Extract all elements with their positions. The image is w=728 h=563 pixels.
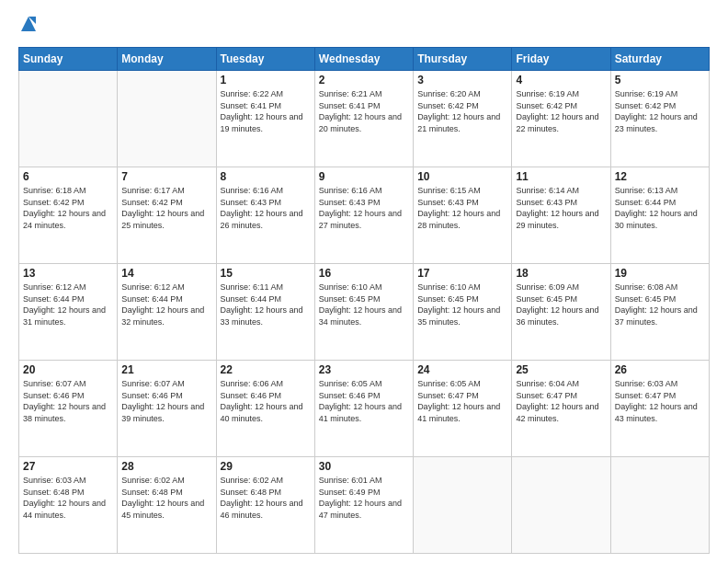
day-number: 20 — [23, 363, 113, 376]
day-info: Sunrise: 6:15 AMSunset: 6:43 PMDaylight:… — [417, 185, 507, 231]
calendar-cell: 9Sunrise: 6:16 AMSunset: 6:43 PMDaylight… — [314, 167, 413, 264]
day-info: Sunrise: 6:13 AMSunset: 6:44 PMDaylight:… — [615, 185, 705, 231]
day-info: Sunrise: 6:16 AMSunset: 6:43 PMDaylight:… — [319, 185, 409, 231]
weekday-header-thursday: Thursday — [414, 48, 512, 71]
day-number: 18 — [516, 267, 606, 280]
day-number: 2 — [319, 74, 409, 86]
day-number: 25 — [516, 363, 606, 376]
calendar-cell: 18Sunrise: 6:09 AMSunset: 6:45 PMDayligh… — [512, 264, 610, 361]
calendar-cell — [414, 457, 512, 554]
day-info: Sunrise: 6:06 AMSunset: 6:46 PMDaylight:… — [221, 378, 311, 424]
logo-icon — [19, 15, 38, 33]
calendar-cell: 27Sunrise: 6:03 AMSunset: 6:48 PMDayligh… — [19, 457, 118, 554]
day-number: 19 — [615, 267, 705, 280]
day-number: 9 — [319, 170, 409, 183]
weekday-header-wednesday: Wednesday — [314, 48, 413, 71]
day-info: Sunrise: 6:11 AMSunset: 6:44 PMDaylight:… — [221, 282, 311, 327]
calendar-cell: 10Sunrise: 6:15 AMSunset: 6:43 PMDayligh… — [414, 167, 512, 264]
day-number: 26 — [615, 363, 705, 376]
calendar-cell: 26Sunrise: 6:03 AMSunset: 6:47 PMDayligh… — [610, 361, 709, 457]
calendar-cell: 21Sunrise: 6:07 AMSunset: 6:46 PMDayligh… — [118, 361, 216, 457]
weekday-header-friday: Friday — [512, 48, 610, 71]
calendar-cell: 23Sunrise: 6:05 AMSunset: 6:46 PMDayligh… — [314, 361, 413, 457]
day-info: Sunrise: 6:22 AMSunset: 6:41 PMDaylight:… — [221, 88, 311, 134]
calendar-cell: 14Sunrise: 6:12 AMSunset: 6:44 PMDayligh… — [118, 264, 216, 361]
day-number: 24 — [417, 363, 507, 376]
calendar-cell: 11Sunrise: 6:14 AMSunset: 6:43 PMDayligh… — [512, 167, 610, 264]
day-info: Sunrise: 6:08 AMSunset: 6:45 PMDaylight:… — [615, 282, 705, 327]
day-info: Sunrise: 6:18 AMSunset: 6:42 PMDaylight:… — [23, 185, 113, 231]
day-info: Sunrise: 6:09 AMSunset: 6:45 PMDaylight:… — [516, 282, 606, 327]
day-info: Sunrise: 6:02 AMSunset: 6:48 PMDaylight:… — [221, 475, 311, 521]
day-number: 4 — [516, 74, 606, 86]
calendar-cell: 5Sunrise: 6:19 AMSunset: 6:42 PMDaylight… — [610, 71, 709, 167]
calendar-cell: 7Sunrise: 6:17 AMSunset: 6:42 PMDaylight… — [118, 167, 216, 264]
calendar-cell: 4Sunrise: 6:19 AMSunset: 6:42 PMDaylight… — [512, 71, 610, 167]
calendar-cell: 1Sunrise: 6:22 AMSunset: 6:41 PMDaylight… — [216, 71, 314, 167]
day-info: Sunrise: 6:05 AMSunset: 6:47 PMDaylight:… — [417, 378, 507, 424]
day-number: 21 — [121, 363, 211, 376]
calendar-cell — [610, 457, 709, 554]
day-info: Sunrise: 6:19 AMSunset: 6:42 PMDaylight:… — [615, 88, 705, 134]
day-number: 10 — [417, 170, 507, 183]
weekday-header-sunday: Sunday — [19, 48, 118, 71]
header — [18, 15, 710, 38]
weekday-header-saturday: Saturday — [610, 48, 709, 71]
calendar-table: SundayMondayTuesdayWednesdayThursdayFrid… — [18, 47, 710, 554]
day-number: 8 — [221, 170, 311, 183]
calendar-cell: 19Sunrise: 6:08 AMSunset: 6:45 PMDayligh… — [610, 264, 709, 361]
calendar-cell: 17Sunrise: 6:10 AMSunset: 6:45 PMDayligh… — [414, 264, 512, 361]
day-number: 5 — [615, 74, 705, 86]
day-info: Sunrise: 6:02 AMSunset: 6:48 PMDaylight:… — [121, 475, 211, 521]
calendar-cell: 16Sunrise: 6:10 AMSunset: 6:45 PMDayligh… — [314, 264, 413, 361]
day-number: 29 — [221, 460, 311, 473]
calendar-cell: 28Sunrise: 6:02 AMSunset: 6:48 PMDayligh… — [118, 457, 216, 554]
day-info: Sunrise: 6:16 AMSunset: 6:43 PMDaylight:… — [221, 185, 311, 231]
calendar-cell: 13Sunrise: 6:12 AMSunset: 6:44 PMDayligh… — [19, 264, 118, 361]
day-number: 27 — [23, 460, 113, 473]
day-info: Sunrise: 6:17 AMSunset: 6:42 PMDaylight:… — [121, 185, 211, 231]
calendar-cell: 24Sunrise: 6:05 AMSunset: 6:47 PMDayligh… — [414, 361, 512, 457]
day-number: 7 — [121, 170, 211, 183]
day-info: Sunrise: 6:12 AMSunset: 6:44 PMDaylight:… — [23, 282, 113, 327]
day-number: 11 — [516, 170, 606, 183]
calendar-cell: 3Sunrise: 6:20 AMSunset: 6:42 PMDaylight… — [414, 71, 512, 167]
day-info: Sunrise: 6:20 AMSunset: 6:42 PMDaylight:… — [417, 88, 507, 134]
day-number: 1 — [221, 74, 311, 86]
calendar-cell — [19, 71, 118, 167]
day-info: Sunrise: 6:07 AMSunset: 6:46 PMDaylight:… — [23, 378, 113, 424]
day-number: 16 — [319, 267, 409, 280]
day-number: 30 — [319, 460, 409, 473]
day-info: Sunrise: 6:07 AMSunset: 6:46 PMDaylight:… — [121, 378, 211, 424]
day-number: 13 — [23, 267, 113, 280]
page: SundayMondayTuesdayWednesdayThursdayFrid… — [0, 0, 728, 563]
calendar-cell: 12Sunrise: 6:13 AMSunset: 6:44 PMDayligh… — [610, 167, 709, 264]
calendar-cell: 22Sunrise: 6:06 AMSunset: 6:46 PMDayligh… — [216, 361, 314, 457]
day-info: Sunrise: 6:10 AMSunset: 6:45 PMDaylight:… — [319, 282, 409, 327]
day-info: Sunrise: 6:01 AMSunset: 6:49 PMDaylight:… — [319, 475, 409, 521]
calendar-cell: 6Sunrise: 6:18 AMSunset: 6:42 PMDaylight… — [19, 167, 118, 264]
calendar-cell: 30Sunrise: 6:01 AMSunset: 6:49 PMDayligh… — [314, 457, 413, 554]
day-number: 12 — [615, 170, 705, 183]
day-info: Sunrise: 6:03 AMSunset: 6:47 PMDaylight:… — [615, 378, 705, 424]
day-info: Sunrise: 6:19 AMSunset: 6:42 PMDaylight:… — [516, 88, 606, 134]
day-number: 14 — [121, 267, 211, 280]
day-number: 23 — [319, 363, 409, 376]
calendar-cell: 15Sunrise: 6:11 AMSunset: 6:44 PMDayligh… — [216, 264, 314, 361]
day-number: 3 — [417, 74, 507, 86]
day-info: Sunrise: 6:03 AMSunset: 6:48 PMDaylight:… — [23, 475, 113, 521]
day-info: Sunrise: 6:21 AMSunset: 6:41 PMDaylight:… — [319, 88, 409, 134]
calendar-cell: 20Sunrise: 6:07 AMSunset: 6:46 PMDayligh… — [19, 361, 118, 457]
day-info: Sunrise: 6:12 AMSunset: 6:44 PMDaylight:… — [121, 282, 211, 327]
calendar-cell: 25Sunrise: 6:04 AMSunset: 6:47 PMDayligh… — [512, 361, 610, 457]
calendar-cell: 29Sunrise: 6:02 AMSunset: 6:48 PMDayligh… — [216, 457, 314, 554]
day-info: Sunrise: 6:14 AMSunset: 6:43 PMDaylight:… — [516, 185, 606, 231]
calendar-cell: 2Sunrise: 6:21 AMSunset: 6:41 PMDaylight… — [314, 71, 413, 167]
day-info: Sunrise: 6:10 AMSunset: 6:45 PMDaylight:… — [417, 282, 507, 327]
calendar-cell — [512, 457, 610, 554]
day-number: 6 — [23, 170, 113, 183]
day-info: Sunrise: 6:04 AMSunset: 6:47 PMDaylight:… — [516, 378, 606, 424]
calendar-cell: 8Sunrise: 6:16 AMSunset: 6:43 PMDaylight… — [216, 167, 314, 264]
calendar-cell — [118, 71, 216, 167]
logo — [18, 15, 38, 38]
